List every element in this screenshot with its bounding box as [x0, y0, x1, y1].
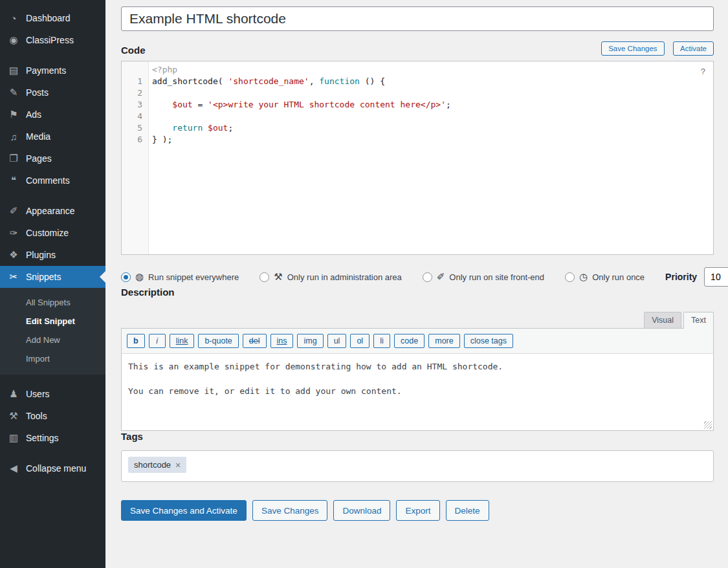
- sidebar-item-settings[interactable]: ▥Settings: [0, 427, 105, 449]
- sidebar-item-label: Posts: [26, 87, 49, 98]
- posts-icon: ✎: [7, 87, 20, 98]
- quicktag-img[interactable]: img: [297, 334, 323, 348]
- sidebar-item-customize[interactable]: ✑Customize: [0, 222, 105, 244]
- scope-option-label: Only run in administration area: [287, 272, 402, 282]
- download-button[interactable]: Download: [333, 500, 390, 521]
- scope-option-everywhere[interactable]: ◍Run snippet everywhere: [121, 271, 239, 283]
- appearance-icon: ✐: [7, 205, 20, 217]
- activate-top-button[interactable]: Activate: [673, 41, 714, 56]
- sidebar-item-snippets[interactable]: ✂Snippets: [0, 266, 105, 288]
- quicktag-link[interactable]: link: [170, 334, 195, 348]
- submenu-item-edit-snippet[interactable]: Edit Snippet: [0, 312, 105, 331]
- remove-tag-icon[interactable]: ×: [175, 461, 181, 470]
- line-number: 3: [122, 99, 142, 111]
- code-line[interactable]: [152, 111, 713, 122]
- quicktag-ul[interactable]: ul: [327, 334, 347, 348]
- code-line[interactable]: } );: [152, 134, 713, 146]
- save-changes-button[interactable]: Save Changes: [252, 500, 328, 521]
- radio-once[interactable]: [565, 272, 575, 282]
- sidebar-item-dashboard[interactable]: ◔Dashboard: [0, 7, 105, 29]
- export-button[interactable]: Export: [396, 500, 439, 521]
- code-token: [152, 100, 172, 109]
- tags-heading: Tags: [121, 431, 714, 442]
- quicktag-b-quote[interactable]: b-quote: [198, 334, 238, 348]
- code-token: $out: [172, 100, 192, 109]
- priority-input[interactable]: [704, 267, 728, 287]
- sidebar-item-media[interactable]: ♫Media: [0, 126, 105, 147]
- payments-icon: ▤: [7, 65, 20, 76]
- quicktag-ins[interactable]: ins: [270, 334, 294, 348]
- code-editor[interactable]: 123456 <?phpadd_shortcode( 'shortcode_na…: [121, 61, 714, 255]
- quicktag-ol[interactable]: ol: [350, 334, 370, 348]
- tags-input[interactable]: shortcode×: [121, 450, 714, 482]
- sidebar-item-pages[interactable]: ❐Pages: [0, 147, 105, 169]
- sidebar-item-ads[interactable]: ⚑Ads: [0, 104, 105, 126]
- code-token: return: [172, 123, 203, 133]
- sidebar-item-appearance[interactable]: ✐Appearance: [0, 200, 105, 222]
- code-token: } );: [152, 135, 172, 144]
- tab-text[interactable]: Text: [683, 312, 714, 329]
- line-number: 1: [122, 76, 142, 87]
- editor-help-icon[interactable]: ?: [701, 66, 705, 78]
- sidebar-item-classipress[interactable]: ◉ClassiPress: [0, 29, 105, 51]
- quicktag-b[interactable]: b: [127, 334, 145, 348]
- sidebar-item-users[interactable]: ♟Users: [0, 383, 105, 405]
- tab-visual[interactable]: Visual: [644, 312, 681, 329]
- scope-option-once[interactable]: ◷Only run once: [565, 271, 645, 283]
- radio-frontend[interactable]: [423, 272, 432, 282]
- quicktag-close-tags[interactable]: close tags: [464, 334, 513, 348]
- sidebar-item-collapse-menu[interactable]: ◀Collapse menu: [0, 457, 105, 479]
- sidebar-item-label: Customize: [26, 228, 69, 238]
- quicktags-toolbar: bilinkb-quotedelinsimgulollicodemoreclos…: [122, 329, 713, 354]
- code-token: [203, 123, 208, 133]
- snippet-title-input[interactable]: [121, 6, 714, 31]
- delete-button[interactable]: Delete: [446, 500, 489, 521]
- sidebar-item-posts[interactable]: ✎Posts: [0, 82, 105, 104]
- code-area[interactable]: <?phpadd_shortcode( 'shortcode_name', fu…: [149, 61, 713, 254]
- sidebar-item-label: Plugins: [26, 250, 56, 260]
- code-token: function: [319, 76, 360, 86]
- radio-everywhere[interactable]: [121, 272, 131, 282]
- quicktag-del[interactable]: del: [243, 334, 267, 348]
- users-icon: ♟: [7, 388, 20, 400]
- sidebar-item-payments[interactable]: ▤Payments: [0, 60, 105, 82]
- description-textarea[interactable]: This is an example snippet for demonstra…: [122, 354, 713, 430]
- code-token: '<p>write your HTML shortcode content he…: [208, 100, 446, 109]
- sidebar-item-label: Appearance: [26, 206, 75, 216]
- description-editor: bilinkb-quotedelinsimgulollicodemoreclos…: [121, 328, 714, 431]
- code-token: ,: [309, 76, 320, 86]
- wp-admin: ◔Dashboard◉ClassiPress▤Payments✎Posts⚑Ad…: [0, 0, 728, 568]
- sidebar-item-label: Ads: [26, 109, 41, 120]
- pages-icon: ❐: [7, 153, 20, 164]
- submenu-item-add-new[interactable]: Add New: [0, 331, 105, 349]
- save-changes-top-button[interactable]: Save Changes: [601, 41, 664, 56]
- quicktag-code[interactable]: code: [394, 334, 425, 348]
- quicktag-i[interactable]: i: [149, 334, 166, 348]
- scope-options: ◍Run snippet everywhere⚒Only run in admi…: [121, 271, 665, 283]
- code-line[interactable]: return $out;: [152, 122, 713, 134]
- ads-icon: ⚑: [7, 109, 20, 120]
- sidebar-item-tools[interactable]: ⚒Tools: [0, 405, 105, 427]
- tools-icon: ⚒: [7, 410, 20, 422]
- tag-label: shortcode: [134, 460, 171, 470]
- radio-admin[interactable]: [259, 272, 269, 282]
- line-number-gutter: 123456: [122, 61, 149, 254]
- submenu-item-all-snippets[interactable]: All Snippets: [0, 293, 105, 312]
- code-header: Code Save Changes Activate: [121, 41, 714, 56]
- code-heading: Code: [121, 45, 146, 56]
- code-line[interactable]: [152, 87, 713, 99]
- sidebar-item-comments[interactable]: ❝Comments: [0, 169, 105, 191]
- code-line[interactable]: $out = '<p>write your HTML shortcode con…: [152, 99, 713, 111]
- admin-sidebar: ◔Dashboard◉ClassiPress▤Payments✎Posts⚑Ad…: [0, 0, 105, 568]
- bottom-actions: Save Changes and Activate Save Changes D…: [121, 500, 714, 521]
- submenu-item-import[interactable]: Import: [0, 349, 105, 368]
- code-line[interactable]: add_shortcode( 'shortcode_name', functio…: [152, 76, 713, 87]
- scope-option-admin[interactable]: ⚒Only run in administration area: [259, 271, 401, 283]
- sidebar-item-plugins[interactable]: ❖Plugins: [0, 244, 105, 266]
- sidebar-item-label: Payments: [26, 65, 66, 76]
- save-and-activate-button[interactable]: Save Changes and Activate: [121, 500, 247, 521]
- quicktag-more[interactable]: more: [428, 334, 459, 348]
- quicktag-li[interactable]: li: [373, 334, 390, 348]
- sidebar-item-label: ClassiPress: [26, 35, 74, 45]
- scope-option-frontend[interactable]: ✐Only run on site front-end: [423, 271, 544, 283]
